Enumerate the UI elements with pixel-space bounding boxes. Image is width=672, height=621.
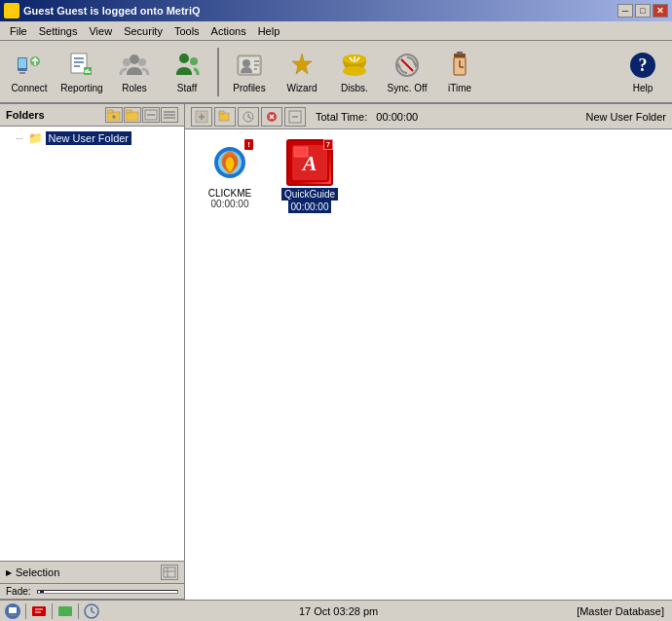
app-item-clickme[interactable]: ! CLICKME 00:00:00 (195, 139, 265, 213)
status-clock-icon (83, 603, 100, 620)
right-btn-3[interactable] (238, 107, 259, 127)
right-toolbar: Total Time: 00:00:00 New User Folder (185, 104, 672, 129)
total-time-label: Total Time: 00:00:00 (316, 111, 418, 123)
reporting-icon (66, 50, 97, 81)
selection-expand[interactable]: ▶ Selection (6, 566, 59, 578)
app-icon: ⚡ (4, 3, 19, 18)
svg-rect-77 (294, 147, 308, 157)
wizard-icon (286, 50, 317, 81)
connect-icon (14, 50, 45, 81)
folders-header: Folders (0, 104, 184, 127)
status-sep-2 (52, 603, 53, 619)
itime-icon (444, 50, 475, 81)
right-btn-5[interactable] (284, 107, 306, 127)
menu-view[interactable]: View (83, 23, 118, 39)
toolbar-itime[interactable]: iTime (434, 44, 485, 100)
status-datetime: 17 Oct 03:28 pm (104, 605, 573, 617)
acrobat-badge: 7 (323, 139, 333, 150)
quickguide-time: 00:00:00 (288, 201, 332, 213)
svg-point-15 (130, 55, 139, 64)
folder-new-btn[interactable] (105, 107, 123, 123)
disbs-icon (339, 50, 370, 81)
staff-label: Staff (177, 83, 197, 93)
profiles-icon (234, 50, 265, 81)
toolbar-roles[interactable]: Roles (109, 44, 160, 100)
folder-tree: ··· 📁 New User Folder (0, 127, 184, 561)
minimize-button[interactable]: ─ (617, 4, 633, 18)
app-item-quickguide[interactable]: A 7 QuickGuide 00:00:00 (275, 139, 345, 213)
right-btn-2[interactable] (214, 107, 236, 127)
staff-icon (171, 50, 203, 81)
status-sep-1 (25, 603, 26, 619)
acrobat-icon-wrapper: A 7 (286, 139, 333, 186)
folder-icon: 📁 (28, 131, 43, 145)
menu-security[interactable]: Security (118, 23, 168, 39)
status-icon-3[interactable] (56, 603, 74, 620)
status-bar: 17 Oct 03:28 pm [Master Database] (0, 600, 672, 621)
content-area: ! CLICKME 00:00:00 A (185, 129, 672, 600)
folder-list-btn[interactable] (161, 107, 178, 123)
svg-rect-62 (219, 111, 224, 114)
menu-actions[interactable]: Actions (205, 23, 252, 39)
clickme-label: CLICKME (208, 188, 251, 199)
help-icon: ? (627, 50, 658, 81)
svg-point-28 (343, 66, 366, 76)
folder-open-btn[interactable] (124, 107, 141, 123)
profiles-label: Profiles (233, 83, 265, 93)
svg-marker-26 (292, 54, 312, 74)
close-button[interactable]: ✕ (653, 4, 668, 18)
toolbar-separator-1 (217, 48, 219, 96)
folders-title: Folders (6, 109, 45, 121)
clickme-badge: ! (244, 139, 253, 150)
reporting-label: Reporting (60, 83, 102, 93)
title-buttons[interactable]: ─ □ ✕ (617, 4, 668, 18)
title-bar-left: ⚡ Guest Guest is logged onto MetriQ (4, 3, 201, 18)
folder-label: New User Folder (46, 131, 132, 145)
toolbar-disbs[interactable]: Disbs. (329, 44, 380, 100)
status-icon-1[interactable] (4, 603, 21, 620)
sync-icon (392, 50, 423, 81)
svg-point-22 (243, 59, 250, 67)
title-bar: ⚡ Guest Guest is logged onto MetriQ ─ □ … (0, 0, 672, 21)
selection-icon-btn[interactable] (161, 565, 178, 580)
toolbar-help[interactable]: ? Help (617, 44, 668, 100)
svg-point-16 (123, 58, 131, 66)
toolbar-profiles[interactable]: Profiles (224, 44, 275, 100)
svg-rect-49 (126, 110, 131, 113)
svg-rect-38 (457, 52, 463, 55)
svg-rect-80 (9, 607, 17, 613)
wizard-label: Wizard (286, 83, 317, 93)
status-icon-2[interactable] (30, 603, 48, 620)
status-sep-3 (78, 603, 79, 619)
roles-label: Roles (122, 83, 147, 93)
svg-rect-45 (107, 110, 113, 113)
toolbar-staff[interactable]: Staff (162, 44, 212, 100)
folder-tree-item[interactable]: ··· 📁 New User Folder (4, 130, 180, 146)
folder-close-btn[interactable] (142, 107, 160, 123)
menu-help[interactable]: Help (252, 23, 286, 39)
menu-file[interactable]: File (4, 23, 33, 39)
menu-settings[interactable]: Settings (33, 23, 84, 39)
toolbar-connect[interactable]: Connect (4, 44, 55, 100)
svg-point-19 (190, 57, 198, 65)
right-btn-4[interactable] (261, 107, 282, 127)
toolbar-sync-off[interactable]: Sync. Off (382, 44, 432, 100)
selection-label: Selection (16, 566, 59, 578)
main-area: Folders (0, 104, 672, 600)
svg-text:?: ? (639, 55, 648, 75)
title-text: Guest Guest is logged onto MetriQ (23, 5, 201, 17)
svg-rect-55 (164, 567, 175, 577)
roles-icon (119, 50, 150, 81)
svg-text:⚡: ⚡ (7, 5, 19, 17)
firefox-icon-wrapper: ! (206, 139, 253, 186)
right-btn-1[interactable] (191, 107, 212, 127)
fade-slider[interactable] (37, 590, 178, 594)
maximize-button[interactable]: □ (635, 4, 651, 18)
toolbar: Connect Reporting (0, 41, 672, 104)
toolbar-wizard[interactable]: Wizard (277, 44, 327, 100)
toolbar-reporting[interactable]: Reporting (56, 44, 107, 100)
expand-triangle: ▶ (6, 568, 12, 577)
fade-label: Fade: (6, 586, 31, 597)
menu-tools[interactable]: Tools (168, 23, 205, 39)
svg-line-65 (248, 117, 251, 119)
